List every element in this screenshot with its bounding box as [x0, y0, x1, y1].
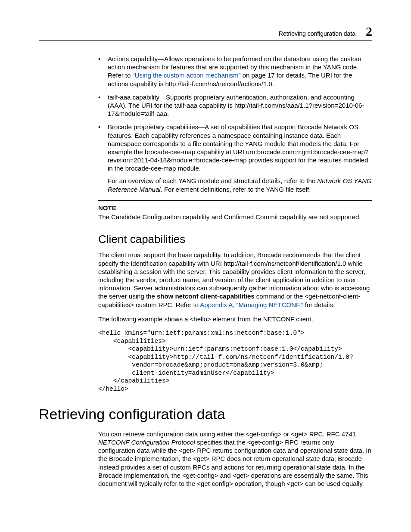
running-header: Retrieving configuration data 2	[39, 25, 372, 38]
header-rule	[39, 40, 372, 41]
body-text: For an overview of each YANG module and …	[108, 177, 372, 193]
code-block: <hello xmlns="urn:ietf:params:xml:ns:net…	[98, 329, 372, 393]
chapter-number: 2	[366, 25, 372, 38]
xref-link[interactable]: “Using the custom action mechanism”	[133, 72, 241, 79]
note-text: The Candidate Configuration capability a…	[98, 213, 372, 221]
chapter-heading: Retrieving configuration data	[39, 405, 372, 424]
body-paragraph: The following example shows a <hello> el…	[98, 315, 372, 323]
body-text: You can retrieve configuration data usin…	[98, 430, 358, 438]
body-text: For an overview of each YANG module and …	[108, 177, 317, 184]
list-item: Actions capability—Allows operations to …	[98, 55, 372, 88]
xref-link[interactable]: Appendix A, “Managing NETCONF,”	[200, 301, 303, 308]
body-text: . For element definitions, refer to the …	[161, 186, 311, 193]
bullet-list: Actions capability—Allows operations to …	[98, 55, 372, 193]
body-column: You can retrieve configuration data usin…	[98, 430, 372, 488]
note-label: NOTE	[98, 204, 372, 212]
citation-title: NETCONF Configuration Protocol	[98, 439, 195, 446]
body-paragraph: The client must support the base capabil…	[98, 251, 372, 308]
note-rule	[98, 200, 372, 201]
command-text: show netconf client-capabilities	[157, 292, 255, 300]
running-title: Retrieving configuration data	[279, 30, 355, 38]
list-item: Brocade proprietary capabilities—A set o…	[98, 123, 372, 193]
body-text: tailf-aaa capability—Supports proprietar…	[108, 93, 364, 117]
section-heading: Client capabilities	[98, 232, 372, 246]
body-column: Actions capability—Allows operations to …	[98, 55, 372, 393]
list-item: tailf-aaa capability—Supports proprietar…	[98, 93, 372, 118]
page: Retrieving configuration data 2 Actions …	[0, 0, 411, 532]
body-text: Brocade proprietary capabilities—A set o…	[108, 123, 368, 172]
body-paragraph: You can retrieve configuration data usin…	[98, 430, 372, 488]
body-text: for details.	[303, 301, 335, 308]
